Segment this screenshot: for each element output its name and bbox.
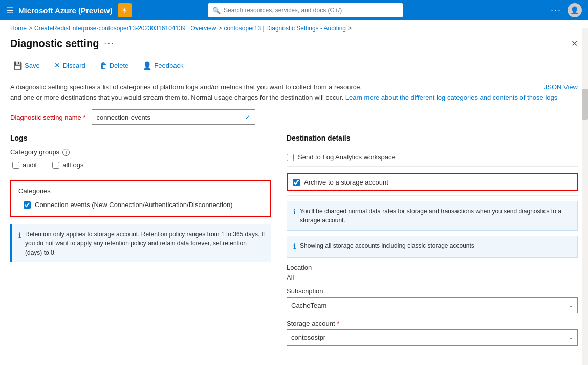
search-input[interactable] bbox=[224, 7, 399, 14]
storage-info-text-1: You'll be charged normal data rates for … bbox=[300, 207, 571, 225]
left-column: Logs Category groups i audit allLogs Ca bbox=[10, 134, 271, 352]
description: A diagnostic setting specifies a list of… bbox=[10, 82, 578, 102]
retention-info-text: Retention only applies to storage accoun… bbox=[25, 230, 265, 257]
location-field-group: Location All bbox=[287, 264, 578, 281]
two-col-layout: Logs Category groups i audit allLogs Ca bbox=[10, 134, 578, 352]
more-icon[interactable]: ··· bbox=[551, 5, 561, 16]
retention-info-icon: ℹ bbox=[18, 230, 21, 257]
log-analytics-label: Send to Log Analytics workspace bbox=[298, 153, 396, 161]
connection-events-item: Connection events (New Connection/Authen… bbox=[18, 200, 263, 210]
storage-account-field-group: Storage account * contosostpr ⌄ bbox=[287, 320, 578, 346]
ellipsis-button[interactable]: ··· bbox=[104, 38, 115, 49]
alllogs-checkbox-row: allLogs bbox=[52, 161, 83, 169]
feedback-button[interactable]: 👤 Feedback bbox=[140, 59, 186, 72]
discard-button[interactable]: ✕ Discard bbox=[51, 59, 89, 72]
delete-icon: 🗑 bbox=[100, 61, 107, 70]
search-bar[interactable]: 🔍 bbox=[208, 3, 403, 17]
audit-label: audit bbox=[23, 161, 37, 169]
category-groups-row: Category groups i bbox=[10, 148, 271, 156]
separator-line-2 bbox=[287, 195, 578, 196]
archive-label: Archive to a storage account bbox=[304, 178, 388, 186]
description-text1: A diagnostic setting specifies a list of… bbox=[10, 83, 362, 91]
categories-box: Categories Connection events (New Connec… bbox=[10, 180, 271, 217]
delete-label: Delete bbox=[110, 62, 129, 70]
main-content: A diagnostic setting specifies a list of… bbox=[0, 76, 588, 358]
page-title: Diagnostic setting bbox=[10, 38, 99, 50]
storage-account-select[interactable]: contosostpr ⌄ bbox=[287, 329, 578, 346]
location-label: Location bbox=[287, 264, 578, 271]
alllogs-label: allLogs bbox=[62, 161, 83, 169]
toolbar: 💾 Save ✕ Discard 🗑 Delete 👤 Feedback bbox=[0, 55, 588, 76]
archive-checkbox[interactable] bbox=[293, 179, 300, 186]
subscription-value: CacheTeam bbox=[291, 302, 326, 309]
logs-section-header: Logs bbox=[10, 134, 271, 142]
setting-name-row: Diagnostic setting name * connection-eve… bbox=[10, 109, 578, 125]
categories-title: Categories bbox=[18, 187, 263, 195]
check-icon: ✓ bbox=[245, 113, 251, 121]
audit-checkbox[interactable] bbox=[12, 162, 19, 169]
bc-sep-2: > bbox=[218, 25, 222, 32]
storage-required-star: * bbox=[337, 320, 339, 327]
feedback-icon: 👤 bbox=[143, 61, 151, 70]
bc-sep-3: > bbox=[348, 25, 352, 32]
app-title: Microsoft Azure (Preview) bbox=[18, 6, 113, 15]
discard-label: Discard bbox=[63, 62, 85, 70]
description-text2: and one or more destinations that you wo… bbox=[10, 94, 343, 101]
learn-more-link[interactable]: Learn more about the different log categ… bbox=[345, 94, 558, 101]
hamburger-icon[interactable]: ☰ bbox=[6, 6, 13, 15]
storage-info-box-2: ℹ Showing all storage accounts including… bbox=[287, 236, 578, 258]
breadcrumb-home[interactable]: Home bbox=[10, 25, 27, 32]
feedback-label: Feedback bbox=[154, 62, 183, 70]
azure-icon: ☀ bbox=[118, 3, 132, 17]
scrollbar-thumb[interactable] bbox=[582, 89, 588, 120]
top-navbar: ☰ Microsoft Azure (Preview) ☀ 🔍 ··· 👤 bbox=[0, 0, 588, 20]
right-icons: ··· 👤 bbox=[551, 3, 582, 17]
location-value: All bbox=[287, 273, 578, 281]
storage-info-text-2: Showing all storage accounts including c… bbox=[300, 241, 474, 252]
category-group-checkboxes: audit allLogs bbox=[10, 161, 271, 173]
save-button[interactable]: 💾 Save bbox=[10, 59, 43, 72]
close-button[interactable]: ✕ bbox=[571, 39, 578, 49]
right-column: Destination details Send to Log Analytic… bbox=[287, 134, 578, 352]
subscription-chevron-icon: ⌄ bbox=[568, 302, 573, 309]
save-icon: 💾 bbox=[13, 61, 22, 70]
category-groups-info-icon[interactable]: i bbox=[62, 149, 70, 156]
breadcrumb-diag-settings[interactable]: contosoper13 | Diagnostic Settings - Aud… bbox=[224, 25, 346, 32]
archive-box: Archive to a storage account bbox=[287, 173, 578, 191]
connection-events-label: Connection events (New Connection/Authen… bbox=[35, 200, 233, 210]
save-label: Save bbox=[25, 62, 40, 70]
storage-info-box-1: ℹ You'll be charged normal data rates fo… bbox=[287, 201, 578, 231]
subscription-label: Subscription bbox=[287, 287, 578, 295]
setting-name-input-wrapper: connection-events ✓ bbox=[92, 109, 255, 125]
log-analytics-checkbox[interactable] bbox=[287, 154, 294, 161]
retention-info-box: ℹ Retention only applies to storage acco… bbox=[10, 224, 271, 262]
storage-info-icon-2: ℹ bbox=[293, 241, 296, 252]
subscription-field-group: Subscription CacheTeam ⌄ bbox=[287, 287, 578, 313]
storage-info-icon-1: ℹ bbox=[293, 207, 296, 225]
alllogs-checkbox[interactable] bbox=[52, 162, 59, 169]
separator-line bbox=[287, 169, 578, 169]
breadcrumb-resource[interactable]: CreateRedisEnterprise-contosoper13-20230… bbox=[34, 25, 216, 32]
breadcrumb: Home > CreateRedisEnterprise-contosoper1… bbox=[0, 20, 588, 36]
setting-name-value: connection-events bbox=[96, 113, 150, 121]
setting-name-label: Diagnostic setting name * bbox=[10, 113, 85, 121]
audit-checkbox-row: audit bbox=[12, 161, 37, 169]
scrollbar-track[interactable] bbox=[582, 28, 588, 358]
required-star: * bbox=[83, 113, 85, 121]
avatar[interactable]: 👤 bbox=[568, 3, 582, 17]
page-header: Diagnostic setting ··· ✕ bbox=[0, 36, 588, 55]
search-icon: 🔍 bbox=[212, 7, 221, 14]
storage-account-value: contosostpr bbox=[291, 334, 325, 341]
storage-account-label: Storage account * bbox=[287, 320, 578, 327]
storage-account-chevron-icon: ⌄ bbox=[568, 334, 573, 341]
subscription-select[interactable]: CacheTeam ⌄ bbox=[287, 297, 578, 313]
connection-events-checkbox[interactable] bbox=[24, 201, 31, 209]
discard-icon: ✕ bbox=[54, 61, 60, 70]
json-view-link[interactable]: JSON View bbox=[544, 82, 578, 93]
category-groups-label: Category groups bbox=[10, 148, 59, 156]
log-analytics-row: Send to Log Analytics workspace bbox=[287, 148, 578, 167]
bc-sep-1: > bbox=[29, 25, 32, 32]
delete-button[interactable]: 🗑 Delete bbox=[97, 59, 132, 72]
destination-section-header: Destination details bbox=[287, 134, 578, 142]
